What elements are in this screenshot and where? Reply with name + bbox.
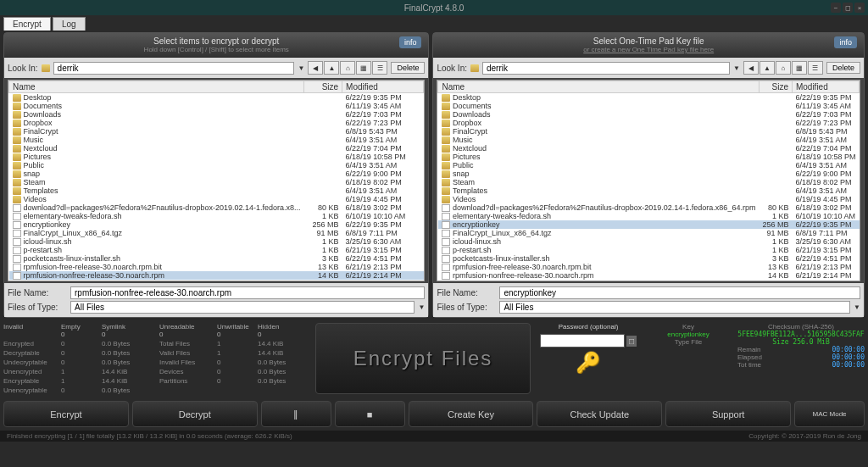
table-row[interactable]: Steam6/18/19 8:02 PM — [438, 178, 860, 186]
folder-icon — [13, 128, 21, 136]
right-filename-input[interactable] — [499, 286, 860, 299]
folder-icon — [13, 111, 21, 119]
mac-mode-button[interactable]: MAC Mode — [794, 401, 865, 427]
table-row[interactable]: Documents6/11/19 3:45 AM — [438, 102, 860, 110]
pause-button[interactable]: ‖ — [261, 401, 331, 427]
support-button[interactable]: Support — [665, 401, 791, 427]
table-row[interactable]: Desktop6/22/19 9:35 PM — [438, 93, 860, 103]
table-row[interactable]: icloud-linux.sh1 KB3/25/19 6:30 AM — [9, 237, 424, 246]
table-row[interactable]: Dropbox6/22/19 7:23 PM — [9, 119, 424, 127]
table-row[interactable]: Nextcloud6/22/19 7:04 PM — [438, 144, 860, 153]
table-row[interactable]: encryptionkey256 MB6/22/19 9:35 PM — [9, 220, 424, 229]
nav-home-icon[interactable]: ⌂ — [776, 61, 791, 75]
nav-up-icon[interactable]: ▲ — [324, 61, 339, 75]
table-row[interactable]: Desktop6/22/19 9:35 PM — [9, 93, 424, 103]
table-row[interactable]: snap6/22/19 9:00 PM — [9, 170, 424, 178]
table-row[interactable]: FinalCrypt_Linux_x86_64.tgz91 MB6/8/19 7… — [9, 229, 424, 237]
view-list-icon[interactable]: ▦ — [356, 61, 371, 75]
view-details-icon[interactable]: ☰ — [372, 61, 387, 75]
table-row[interactable]: download?dl=packages%2Ffedora%2Fnautilus… — [438, 203, 860, 212]
table-row[interactable]: Steam6/18/19 8:02 PM — [9, 178, 424, 186]
password-input[interactable] — [540, 334, 625, 347]
view-list-icon[interactable]: ▦ — [792, 61, 807, 75]
table-row[interactable]: rpmfusion-nonfree-release-30.noarch.rpm1… — [438, 271, 860, 280]
table-row[interactable]: Templates6/4/19 3:51 AM — [438, 186, 860, 195]
left-delete-button[interactable]: Delete — [391, 62, 425, 74]
table-row[interactable]: Public6/4/19 3:51 AM — [438, 161, 860, 170]
table-row[interactable]: p-restart.sh1 KB6/21/19 3:15 PM — [438, 246, 860, 254]
table-row[interactable]: pocketcasts-linux-installer.sh3 KB6/22/1… — [438, 254, 860, 263]
table-row[interactable]: rpmsphere-release-30-1.noarch.rpm?raw=tr… — [9, 280, 424, 281]
col-name[interactable]: Name — [438, 81, 760, 93]
left-lookin-label: Look In: — [8, 64, 38, 73]
file-icon — [442, 213, 450, 220]
decrypt-button[interactable]: Decrypt — [132, 401, 258, 427]
table-row[interactable]: rpmsphere-release-30-1.noarch.rpm?raw=tr… — [438, 280, 860, 281]
right-subtitle[interactable]: or create a new One Time Pad key file he… — [440, 46, 857, 53]
right-filetype-select[interactable] — [499, 301, 850, 314]
table-row[interactable]: rpmfusion-free-release-30.noarch.rpm.bit… — [438, 263, 860, 271]
table-row[interactable]: Public6/4/19 3:51 AM — [9, 161, 424, 170]
table-row[interactable]: pocketcasts-linux-installer.sh3 KB6/22/1… — [9, 254, 424, 263]
right-delete-button[interactable]: Delete — [826, 62, 860, 74]
nav-back-icon[interactable]: ◀ — [308, 61, 323, 75]
table-row[interactable]: elementary-tweaks-fedora.sh1 KB6/10/19 1… — [9, 212, 424, 220]
create-key-button[interactable]: Create Key — [409, 401, 534, 427]
file-icon — [13, 221, 21, 229]
col-name[interactable]: Name — [9, 81, 304, 93]
left-panel: Select items to encrypt or decrypt Hold … — [3, 32, 429, 318]
left-info-button[interactable]: info — [399, 36, 422, 48]
col-modified[interactable]: Modified — [792, 81, 859, 93]
table-row[interactable]: Downloads6/22/19 7:03 PM — [438, 110, 860, 119]
col-size[interactable]: Size — [759, 81, 792, 93]
table-row[interactable]: Music6/4/19 3:51 AM — [9, 136, 424, 144]
password-toggle-icon[interactable]: □ — [626, 336, 637, 347]
nav-home-icon[interactable]: ⌂ — [340, 61, 355, 75]
table-row[interactable]: elementary-tweaks-fedora.sh1 KB6/10/19 1… — [438, 212, 860, 220]
tab-log[interactable]: Log — [53, 17, 86, 31]
tab-encrypt[interactable]: Encrypt — [3, 17, 51, 31]
table-row[interactable]: Pictures6/18/19 10:58 PM — [438, 153, 860, 161]
view-details-icon[interactable]: ☰ — [808, 61, 823, 75]
table-row[interactable]: Downloads6/22/19 7:03 PM — [9, 110, 424, 119]
left-filetype-select[interactable] — [70, 301, 415, 314]
folder-icon — [13, 170, 21, 178]
table-row[interactable]: FinalCrypt6/8/19 5:43 PM — [438, 127, 860, 136]
table-row[interactable]: Templates6/4/19 3:51 AM — [9, 186, 424, 195]
right-lookin-combo[interactable] — [482, 62, 730, 75]
minimize-icon[interactable]: − — [831, 3, 841, 13]
table-row[interactable]: Dropbox6/22/19 7:23 PM — [438, 119, 860, 127]
table-row[interactable]: Videos6/19/19 4:45 PM — [9, 195, 424, 203]
left-lookin-combo[interactable] — [53, 62, 295, 75]
table-row[interactable]: FinalCrypt_Linux_x86_64.tgz91 MB6/8/19 7… — [438, 229, 860, 237]
table-row[interactable]: Music6/4/19 3:51 AM — [438, 136, 860, 144]
nav-up-icon[interactable]: ▲ — [760, 61, 775, 75]
encrypt-button[interactable]: Encrypt — [3, 401, 129, 427]
left-file-list[interactable]: Name Size Modified Desktop6/22/19 9:35 P… — [8, 80, 425, 281]
table-row[interactable]: encryptionkey256 MB6/22/19 9:35 PM — [438, 220, 860, 229]
table-row[interactable]: icloud-linux.sh1 KB3/25/19 6:30 AM — [438, 237, 860, 246]
table-row[interactable]: Pictures6/18/19 10:58 PM — [9, 153, 424, 161]
nav-back-icon[interactable]: ◀ — [743, 61, 759, 75]
table-row[interactable]: rpmfusion-nonfree-release-30.noarch.rpm1… — [9, 271, 424, 280]
right-info-button[interactable]: info — [834, 36, 857, 48]
close-icon[interactable]: × — [854, 3, 865, 13]
col-modified[interactable]: Modified — [342, 81, 424, 93]
table-row[interactable]: FinalCrypt6/8/19 5:43 PM — [9, 127, 424, 136]
right-file-list[interactable]: Name Size Modified Desktop6/22/19 9:35 P… — [437, 80, 860, 281]
folder-icon — [442, 120, 450, 127]
table-row[interactable]: rpmfusion-free-release-30.noarch.rpm.bit… — [9, 263, 424, 271]
table-row[interactable]: Nextcloud6/22/19 7:04 PM — [9, 144, 424, 153]
left-filename-input[interactable] — [70, 286, 425, 299]
table-row[interactable]: snap6/22/19 9:00 PM — [438, 170, 860, 178]
check-update-button[interactable]: Check Update — [537, 401, 662, 427]
table-row[interactable]: p-restart.sh1 KB6/21/19 3:15 PM — [9, 246, 424, 254]
table-row[interactable]: Videos6/19/19 4:45 PM — [438, 195, 860, 203]
file-icon — [13, 247, 21, 254]
col-size[interactable]: Size — [303, 81, 342, 93]
checksum-label: Checksum (SHA-256) — [737, 323, 865, 331]
maximize-icon[interactable]: ◻ — [843, 3, 853, 13]
table-row[interactable]: Documents6/11/19 3:45 AM — [9, 102, 424, 110]
table-row[interactable]: download?dl=packages%2Ffedora%2Fnautilus… — [9, 203, 424, 212]
stop-button[interactable]: ■ — [335, 401, 405, 427]
